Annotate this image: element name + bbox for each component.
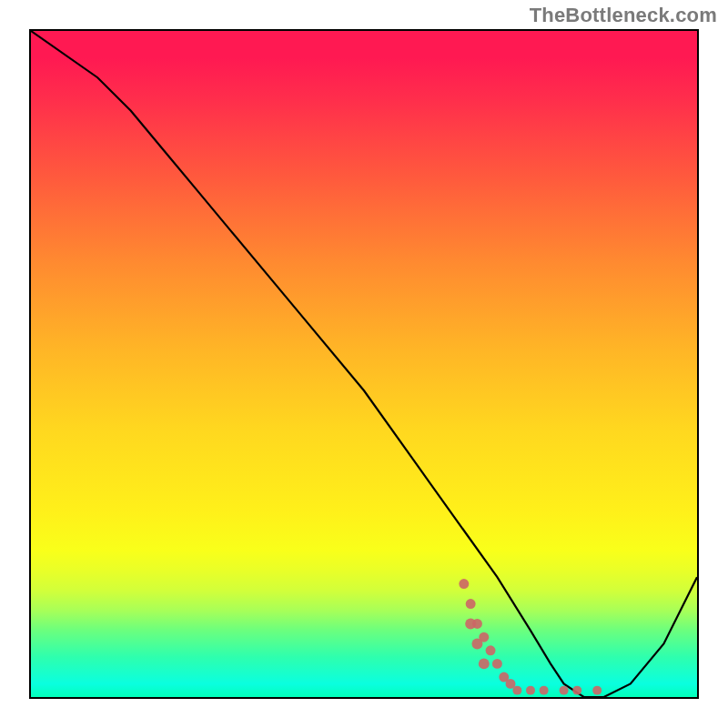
svg-point-5 xyxy=(492,659,502,669)
svg-point-16 xyxy=(465,618,476,629)
plot-area xyxy=(29,29,699,699)
svg-point-9 xyxy=(526,686,535,695)
svg-point-13 xyxy=(592,686,602,695)
dotted-highlight xyxy=(31,31,697,697)
svg-point-15 xyxy=(471,638,482,649)
svg-point-4 xyxy=(486,645,496,655)
svg-point-11 xyxy=(560,686,569,695)
svg-point-10 xyxy=(540,686,549,695)
svg-point-1 xyxy=(466,599,476,609)
svg-point-0 xyxy=(459,579,469,589)
svg-point-8 xyxy=(512,686,521,695)
watermark-text: TheBottleneck.com xyxy=(530,4,717,27)
chart-container: TheBottleneck.com xyxy=(0,0,728,728)
svg-point-12 xyxy=(572,686,581,695)
svg-point-14 xyxy=(479,658,490,669)
